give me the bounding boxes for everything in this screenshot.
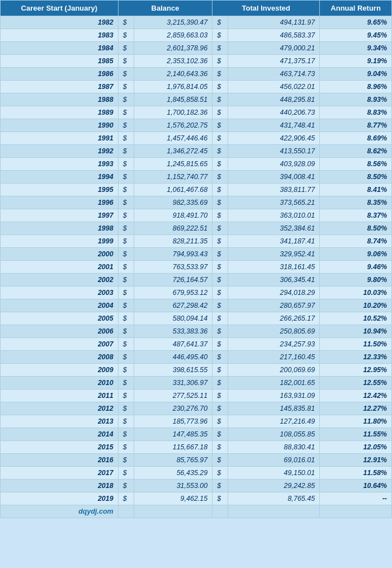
- table-row: 2012 $ 230,276.70 $ 145,835.81 12.27%: [1, 402, 392, 415]
- table-row: 2000 $ 794,993.43 $ 329,952.41 9.06%: [1, 248, 392, 261]
- cell-balance-dollar: $: [118, 196, 134, 209]
- cell-invested-dollar: $: [212, 287, 228, 299]
- cell-balance-dollar: $: [118, 377, 134, 389]
- cell-balance: 869,222.51: [134, 222, 212, 235]
- cell-year: 2001: [1, 261, 119, 274]
- cell-balance-dollar: $: [118, 184, 134, 196]
- cell-year: 1995: [1, 184, 119, 196]
- cell-balance: 398,615.55: [134, 364, 212, 377]
- cell-year: 2000: [1, 248, 119, 261]
- cell-return: 8.41%: [320, 184, 392, 196]
- header-return: Annual Return: [320, 1, 392, 16]
- cell-invested-dollar: $: [212, 351, 228, 364]
- footer-return: [320, 505, 392, 518]
- cell-invested-dollar: $: [212, 467, 228, 480]
- cell-return: 8.69%: [320, 132, 392, 145]
- cell-year: 1992: [1, 145, 119, 158]
- cell-balance-dollar: $: [118, 492, 134, 505]
- cell-balance: 9,462.15: [134, 492, 212, 505]
- cell-balance-dollar: $: [118, 106, 134, 119]
- table-row: 2009 $ 398,615.55 $ 200,069.69 12.95%: [1, 364, 392, 377]
- cell-invested-dollar: $: [212, 428, 228, 441]
- cell-invested-dollar: $: [212, 68, 228, 81]
- cell-invested: 234,257.93: [228, 338, 320, 351]
- cell-invested-dollar: $: [212, 132, 228, 145]
- table-row: 2019 $ 9,462.15 $ 8,765.45 --: [1, 492, 392, 505]
- cell-balance-dollar: $: [118, 261, 134, 274]
- cell-year: 1983: [1, 29, 119, 42]
- cell-invested: 352,384.61: [228, 222, 320, 235]
- table-row: 2007 $ 487,641.37 $ 234,257.93 11.50%: [1, 338, 392, 351]
- cell-balance-dollar: $: [118, 415, 134, 428]
- cell-balance: 2,353,102.36: [134, 55, 212, 68]
- cell-balance: 794,993.43: [134, 248, 212, 261]
- cell-invested-dollar: $: [212, 415, 228, 428]
- cell-return: 12.91%: [320, 454, 392, 467]
- cell-invested-dollar: $: [212, 235, 228, 248]
- cell-invested-dollar: $: [212, 184, 228, 196]
- cell-invested-dollar: $: [212, 274, 228, 287]
- cell-invested-dollar: $: [212, 261, 228, 274]
- cell-invested-dollar: $: [212, 402, 228, 415]
- cell-return: 9.45%: [320, 29, 392, 42]
- cell-balance-dollar: $: [118, 299, 134, 312]
- table-row: 2010 $ 331,306.97 $ 182,001.65 12.55%: [1, 377, 392, 389]
- cell-year: 1994: [1, 171, 119, 184]
- cell-balance: 230,276.70: [134, 402, 212, 415]
- cell-invested-dollar: $: [212, 492, 228, 505]
- cell-return: 8.37%: [320, 209, 392, 222]
- cell-return: 12.05%: [320, 441, 392, 454]
- table-row: 1989 $ 1,700,182.36 $ 440,206.73 8.83%: [1, 106, 392, 119]
- cell-return: 9.06%: [320, 248, 392, 261]
- cell-balance-dollar: $: [118, 132, 134, 145]
- cell-invested-dollar: $: [212, 171, 228, 184]
- cell-balance: 982,335.69: [134, 196, 212, 209]
- cell-year: 2019: [1, 492, 119, 505]
- cell-return: 10.20%: [320, 299, 392, 312]
- cell-return: 12.33%: [320, 351, 392, 364]
- cell-invested: 394,008.41: [228, 171, 320, 184]
- cell-balance-dollar: $: [118, 158, 134, 171]
- cell-balance-dollar: $: [118, 480, 134, 492]
- cell-invested-dollar: $: [212, 42, 228, 55]
- cell-invested: 471,375.17: [228, 55, 320, 68]
- cell-return: 8.50%: [320, 222, 392, 235]
- table-row: 1987 $ 1,976,814.05 $ 456,022.01 8.96%: [1, 81, 392, 93]
- cell-invested: 280,657.97: [228, 299, 320, 312]
- cell-balance-dollar: $: [118, 119, 134, 132]
- cell-balance-dollar: $: [118, 467, 134, 480]
- cell-balance-dollar: $: [118, 402, 134, 415]
- cell-invested-dollar: $: [212, 222, 228, 235]
- cell-balance: 1,976,814.05: [134, 81, 212, 93]
- cell-return: 9.19%: [320, 55, 392, 68]
- table-row: 2004 $ 627,298.42 $ 280,657.97 10.20%: [1, 299, 392, 312]
- cell-invested: 145,835.81: [228, 402, 320, 415]
- cell-invested-dollar: $: [212, 454, 228, 467]
- cell-year: 1996: [1, 196, 119, 209]
- cell-return: 9.46%: [320, 261, 392, 274]
- cell-invested-dollar: $: [212, 106, 228, 119]
- table-row: 2005 $ 580,094.14 $ 266,265.17 10.52%: [1, 312, 392, 325]
- cell-invested: 486,583.37: [228, 29, 320, 42]
- cell-year: 1984: [1, 42, 119, 55]
- cell-balance-dollar: $: [118, 338, 134, 351]
- cell-balance: 115,667.18: [134, 441, 212, 454]
- cell-invested: 403,928.09: [228, 158, 320, 171]
- footer-invested: [228, 505, 320, 518]
- table-row: 2018 $ 31,553.00 $ 29,242.85 10.64%: [1, 480, 392, 492]
- header-year: Career Start (January): [1, 1, 119, 16]
- cell-return: 8.50%: [320, 171, 392, 184]
- cell-invested-dollar: $: [212, 55, 228, 68]
- cell-return: 8.96%: [320, 81, 392, 93]
- cell-invested: 479,000.21: [228, 42, 320, 55]
- table-row: 1997 $ 918,491.70 $ 363,010.01 8.37%: [1, 209, 392, 222]
- cell-balance: 1,152,740.77: [134, 171, 212, 184]
- cell-balance: 1,845,858.51: [134, 93, 212, 106]
- cell-balance-dollar: $: [118, 389, 134, 402]
- cell-balance: 331,306.97: [134, 377, 212, 389]
- cell-year: 1993: [1, 158, 119, 171]
- cell-balance-dollar: $: [118, 81, 134, 93]
- cell-return: 10.64%: [320, 480, 392, 492]
- cell-return: 9.34%: [320, 42, 392, 55]
- cell-year: 2011: [1, 389, 119, 402]
